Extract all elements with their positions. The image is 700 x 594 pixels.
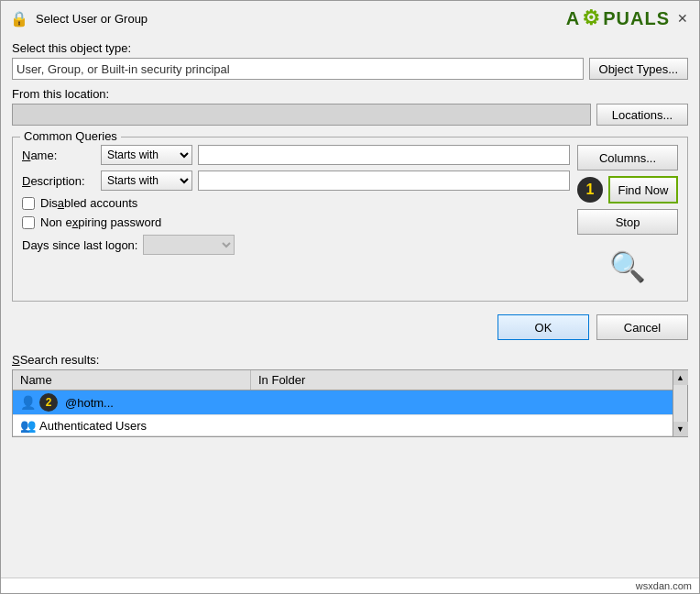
step1-circle: 1	[577, 177, 603, 203]
column-header-name[interactable]: Name	[13, 370, 251, 390]
disabled-accounts-label: Disabled accounts	[40, 196, 137, 210]
object-types-button[interactable]: Object Types...	[589, 58, 688, 80]
name-condition-select[interactable]: Starts with Is exactly Ends with	[101, 145, 192, 165]
logo-puals: PUALS	[603, 8, 670, 29]
user-icon: 👤	[20, 395, 36, 410]
dialog-icon: 🔒	[10, 10, 28, 28]
disabled-accounts-checkbox[interactable]	[22, 197, 35, 210]
from-location-label: From this location:	[12, 87, 688, 101]
search-magnifier-icon: 🔍	[609, 249, 646, 284]
search-results-section: SSearch results: Name In Folder 👤 2	[12, 353, 688, 437]
find-now-button[interactable]: Find Now	[608, 176, 678, 204]
ok-cancel-row: OK Cancel	[12, 309, 688, 346]
from-location-group: From this location: Locations...	[12, 87, 688, 126]
dialog-title: Select User or Group	[36, 12, 148, 26]
results-scrollbar[interactable]: ▲ ▼	[673, 370, 687, 436]
non-expiring-checkbox[interactable]	[22, 216, 35, 229]
watermark: wsxdan.com	[636, 580, 692, 591]
table-row[interactable]: 👤 2 @hotm...	[13, 390, 673, 415]
days-since-logon-label: Days since last logon:	[22, 238, 137, 252]
column-header-folder[interactable]: In Folder	[251, 370, 673, 390]
queries-form: Name: Starts with Is exactly Ends with D…	[22, 145, 570, 293]
description-query-label: Description:	[22, 174, 95, 188]
bottom-bar: wsxdan.com	[1, 578, 699, 593]
name-query-input[interactable]	[198, 145, 570, 165]
non-expiring-label: Non expiring password	[40, 215, 161, 229]
name-query-row: Name: Starts with Is exactly Ends with	[22, 145, 570, 165]
result-name-text: @hotm...	[65, 396, 114, 410]
result-name-text: Authenticated Users	[39, 419, 147, 433]
days-since-logon-select[interactable]	[143, 235, 235, 255]
description-query-row: Description: Starts with Is exactly Ends…	[22, 170, 570, 191]
result-name-cell: 👤 2 @hotm...	[13, 390, 251, 414]
name-query-label: Name:	[22, 148, 95, 162]
non-expiring-row: Non expiring password	[22, 215, 570, 229]
result-folder-cell	[251, 423, 673, 428]
logo-a: A	[566, 8, 580, 29]
results-content: Name In Folder 👤 2 @hotm...	[13, 370, 673, 436]
object-type-input[interactable]	[12, 58, 584, 80]
object-type-label: Select this object type:	[12, 41, 688, 55]
title-bar-right: A ⚙ PUALS ✕	[566, 6, 692, 30]
side-buttons: Columns... 1 Find Now Stop 🔍	[577, 145, 678, 293]
object-type-row: Object Types...	[12, 58, 688, 80]
cancel-button[interactable]: Cancel	[596, 314, 688, 340]
scroll-down-arrow[interactable]: ▼	[673, 422, 688, 436]
group-icon: 👥	[20, 418, 36, 433]
table-row[interactable]: 👥 Authenticated Users	[13, 415, 673, 436]
description-query-input[interactable]	[198, 170, 570, 191]
from-location-row: Locations...	[12, 104, 688, 126]
result-name-cell: 👥 Authenticated Users	[13, 415, 251, 435]
locations-button[interactable]: Locations...	[596, 104, 688, 126]
appuals-logo: A ⚙ PUALS	[566, 6, 670, 30]
search-animation-area: 🔍	[577, 240, 678, 293]
common-queries-panel: Common Queries Name: Starts with Is exac…	[12, 137, 688, 302]
title-bar: 🔒 Select User or Group A ⚙ PUALS ✕	[1, 1, 699, 34]
object-type-group: Select this object type: Object Types...	[12, 41, 688, 80]
find-now-with-step: 1 Find Now	[577, 176, 678, 204]
select-user-dialog: 🔒 Select User or Group A ⚙ PUALS ✕ Selec…	[0, 0, 700, 594]
columns-button[interactable]: Columns...	[577, 145, 678, 170]
disabled-accounts-row: Disabled accounts	[22, 196, 570, 210]
from-location-input[interactable]	[12, 104, 591, 126]
close-button[interactable]: ✕	[673, 9, 692, 28]
step2-circle: 2	[39, 393, 58, 412]
dialog-content: Select this object type: Object Types...…	[1, 34, 699, 578]
stop-button[interactable]: Stop	[577, 209, 678, 235]
results-header: Name In Folder	[13, 370, 673, 390]
common-queries-legend: Common Queries	[20, 129, 121, 143]
search-results-label: SSearch results:	[12, 353, 688, 367]
scroll-up-arrow[interactable]: ▲	[673, 370, 688, 385]
logo-gear-icon: ⚙	[582, 6, 601, 30]
queries-layout: Name: Starts with Is exactly Ends with D…	[22, 145, 678, 293]
days-since-logon-row: Days since last logon:	[22, 235, 570, 255]
title-bar-left: 🔒 Select User or Group	[10, 10, 148, 28]
ok-button[interactable]: OK	[498, 314, 589, 340]
result-folder-cell	[251, 400, 673, 405]
results-table: Name In Folder 👤 2 @hotm...	[12, 369, 688, 437]
description-condition-select[interactable]: Starts with Is exactly Ends with	[101, 170, 192, 191]
